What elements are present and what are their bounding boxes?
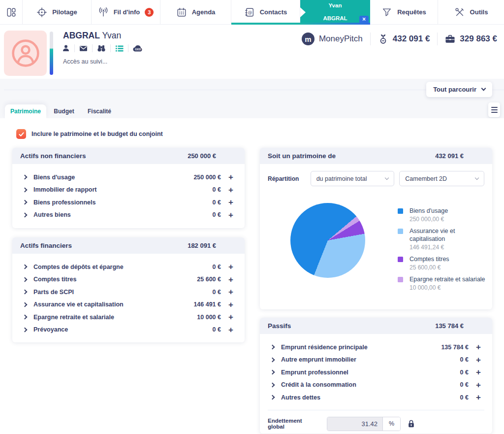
add-asset-button[interactable]: +	[221, 186, 241, 194]
card-total: 182 091 €	[188, 242, 216, 249]
liability-value: 0 €	[460, 369, 469, 376]
nav-item-requetes[interactable]: Requêtes	[370, 0, 438, 24]
scope-select[interactable]: du patrimoine total	[311, 171, 395, 186]
asset-row[interactable]: Epargne retraite et salariale 10 000 € +	[20, 311, 241, 324]
funnel-icon	[381, 7, 392, 18]
tab-patrimoine[interactable]: Patrimoine	[5, 104, 46, 118]
add-liability-button[interactable]: +	[469, 343, 488, 351]
chart-type-select[interactable]: Camembert 2D	[399, 171, 484, 186]
asset-row[interactable]: Biens professionnels 0 € +	[20, 196, 241, 209]
add-asset-button[interactable]: +	[221, 313, 241, 321]
active-contact-first-name: Yvan	[329, 2, 342, 10]
asset-row[interactable]: Immobilier de rapport 0 € +	[20, 184, 241, 197]
asset-value: 250 000 €	[193, 174, 221, 181]
list-icon[interactable]	[115, 45, 124, 52]
asset-row[interactable]: Biens d'usage 250 000 € +	[20, 171, 241, 184]
nav-item-outils[interactable]: Outils	[438, 0, 504, 24]
liability-label: Autre emprunt immobilier	[281, 356, 460, 363]
asset-row[interactable]: Assurance vie et capitalisation 146 491 …	[20, 299, 241, 311]
briefcase-icon	[445, 34, 455, 44]
include-conjoint-checkbox[interactable]	[16, 129, 26, 139]
panel-menu-button[interactable]	[488, 102, 500, 117]
add-asset-button[interactable]: +	[221, 326, 241, 334]
add-asset-button[interactable]: +	[221, 211, 241, 219]
completion-bar	[50, 32, 53, 75]
nav-item-pilotage[interactable]: Pilotage	[23, 0, 92, 24]
add-liability-button[interactable]: +	[469, 368, 488, 376]
legend-item[interactable]: Epargne retraite et salariale 10 000,00 …	[398, 275, 492, 292]
asset-row[interactable]: Prévoyance 0 € +	[20, 324, 241, 336]
asset-row[interactable]: Comptes titres 25 600 € +	[20, 273, 241, 286]
mail-icon[interactable]	[79, 45, 88, 52]
liability-label: Crédit à la consommation	[281, 381, 460, 388]
card-total: 135 784 €	[435, 322, 464, 330]
card-header: Actifs non financiers 250 000 €	[12, 148, 245, 164]
user-icon[interactable]	[62, 44, 70, 52]
liability-row[interactable]: Emprunt professionnel 0 € +	[268, 366, 488, 379]
asset-row[interactable]: Parts de SCPI 0 € +	[20, 286, 241, 299]
legend-item[interactable]: Biens d'usage 250 000,00 €	[398, 207, 492, 223]
card-header: Actifs financiers 182 091 €	[12, 237, 245, 254]
legend-label: Epargne retraite et salariale	[410, 275, 485, 283]
calendar-icon	[176, 7, 187, 18]
notification-badge: 3	[145, 8, 154, 17]
liability-value: 135 784 €	[441, 344, 469, 351]
card-header: Passifs 135 784 €	[260, 318, 492, 334]
card-title: Actifs financiers	[20, 242, 72, 249]
legend-item[interactable]: Assurance vie et capitalisation 146 491,…	[398, 227, 492, 251]
add-liability-button[interactable]: +	[469, 393, 488, 401]
liability-row[interactable]: Autre emprunt immobilier 0 € +	[268, 354, 488, 367]
active-tab-underline	[231, 23, 370, 25]
ged-cloud-icon[interactable]: GED	[133, 44, 143, 52]
liability-label: Autres dettes	[281, 394, 460, 401]
liability-row[interactable]: Crédit à la consommation 0 € +	[268, 379, 488, 392]
endettement-input[interactable]	[327, 417, 382, 431]
add-asset-button[interactable]: +	[221, 173, 241, 181]
add-asset-button[interactable]: +	[221, 288, 241, 296]
app-menu-button[interactable]	[0, 0, 23, 24]
add-asset-button[interactable]: +	[221, 275, 241, 284]
binoculars-icon[interactable]	[97, 44, 106, 52]
lock-icon[interactable]	[408, 420, 414, 428]
asset-label: Comptes de dépôts et épargne	[33, 264, 213, 270]
chevron-right-icon	[23, 315, 28, 320]
icon-divider	[74, 44, 75, 52]
pie-chart[interactable]	[290, 203, 365, 278]
legend-value: 146 491,24 €	[410, 244, 492, 251]
liability-row[interactable]: Emprunt résidence principale 135 784 € +	[268, 341, 488, 354]
nav-active-contact-tab[interactable]: Yvan ABGRAL ×	[300, 0, 370, 24]
card-body: Comptes de dépôts et épargne 0 € + Compt…	[12, 254, 245, 343]
chevron-right-icon	[23, 327, 28, 332]
asset-value: 146 491 €	[193, 301, 221, 308]
close-contact-tab-icon[interactable]: ×	[359, 16, 369, 23]
liability-row[interactable]: Autres dettes 0 € +	[268, 391, 488, 404]
add-asset-button[interactable]: +	[221, 300, 241, 309]
add-asset-button[interactable]: +	[221, 198, 241, 206]
browse-all-button[interactable]: Tout parcourir	[426, 82, 492, 97]
nav-item-fil-dinfo[interactable]: Fil d'info 3	[92, 0, 160, 24]
add-liability-button[interactable]: +	[469, 356, 488, 364]
legend-item[interactable]: Comptes titres 25 600,00 €	[398, 255, 492, 271]
suivi-link[interactable]: Accès au suivi...	[63, 58, 107, 65]
chevron-right-icon	[270, 357, 275, 362]
nav-item-agenda[interactable]: Agenda	[160, 0, 231, 24]
tab-fiscalite[interactable]: Fiscalité	[82, 104, 117, 118]
card-body: Biens d'usage 250 000 € + Immobilier de …	[12, 164, 245, 228]
add-asset-button[interactable]: +	[221, 263, 241, 271]
contact-first-name: Yvan	[102, 31, 121, 40]
legend-swatch	[398, 208, 403, 214]
nav-item-contacts[interactable]: @ Contacts	[231, 0, 300, 24]
tools-icon	[454, 7, 465, 18]
avatar[interactable]	[4, 31, 47, 76]
chevron-right-icon	[23, 302, 28, 307]
asset-label: Autres biens	[33, 211, 213, 218]
asset-row[interactable]: Autres biens 0 € +	[20, 209, 241, 222]
asset-row[interactable]: Comptes de dépôts et épargne 0 € +	[20, 261, 241, 273]
asset-value: 0 €	[213, 264, 221, 270]
card-total: 250 000 €	[188, 152, 216, 160]
chevron-down-icon	[481, 86, 486, 91]
tab-budget[interactable]: Budget	[46, 104, 82, 118]
active-contact-last-name: ABGRAL	[323, 15, 347, 23]
add-liability-button[interactable]: +	[469, 381, 488, 389]
chevron-right-icon	[23, 200, 28, 205]
